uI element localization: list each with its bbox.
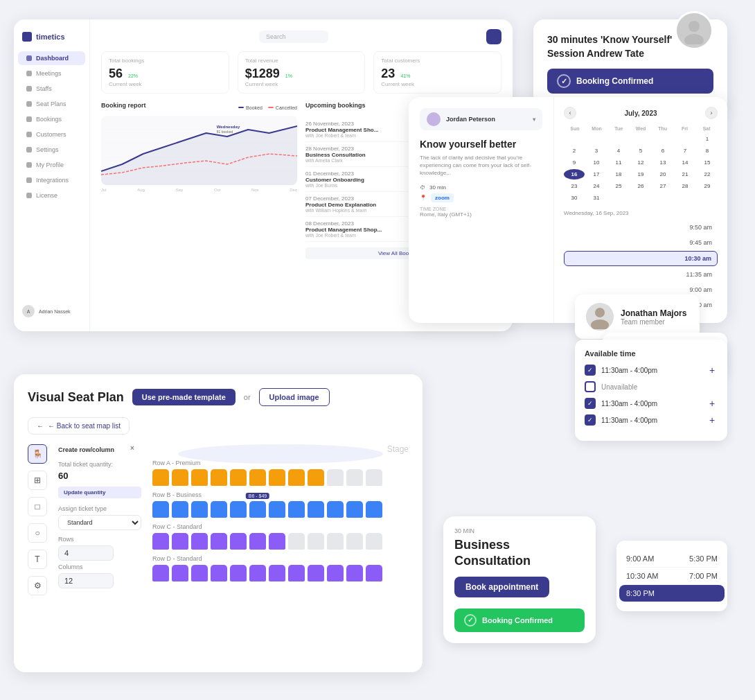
cal-cell-1[interactable]: 1 (697, 134, 718, 144)
avail-checkbox-0[interactable] (585, 365, 596, 376)
seat[interactable] (327, 565, 344, 581)
seat[interactable] (269, 501, 285, 518)
seat[interactable] (249, 565, 266, 581)
cal-cell-30[interactable]: 30 (564, 193, 585, 203)
cal-cell[interactable] (697, 193, 718, 203)
seat[interactable] (152, 533, 169, 550)
avail-checkbox-2[interactable] (585, 398, 596, 409)
cal-cell[interactable] (608, 193, 629, 203)
cal-cell[interactable] (652, 134, 673, 144)
seat[interactable] (249, 533, 266, 550)
seat[interactable] (230, 533, 247, 550)
ticket-type-select[interactable]: Standard Premium Business (58, 515, 141, 530)
ts-row-2-selected[interactable]: 8:30 PM (619, 585, 725, 602)
seat[interactable] (211, 469, 227, 486)
cal-cell-5[interactable]: 5 (630, 146, 651, 156)
avail-plus-3[interactable]: + (707, 414, 718, 426)
seat[interactable] (152, 469, 169, 486)
seat[interactable] (346, 469, 363, 486)
cal-cell-13[interactable]: 13 (652, 157, 673, 168)
seat[interactable] (172, 565, 188, 581)
cal-cell-2[interactable]: 2 (564, 146, 585, 156)
sidebar-item-seatplans[interactable]: Seat Plans (18, 97, 85, 111)
seat[interactable] (327, 533, 344, 550)
seat[interactable] (288, 533, 305, 550)
seat[interactable] (308, 533, 324, 550)
sidebar-item-bookings[interactable]: Bookings (18, 112, 85, 126)
seat[interactable] (346, 565, 363, 581)
cal-cell[interactable] (608, 134, 629, 144)
seat[interactable] (152, 501, 169, 518)
seat[interactable] (346, 533, 363, 550)
cal-cell-8[interactable]: 8 (697, 146, 718, 156)
seat[interactable] (327, 469, 344, 486)
seat[interactable] (191, 469, 208, 486)
seat[interactable] (172, 501, 188, 518)
seat[interactable] (211, 533, 227, 550)
seat-b6[interactable]: B6 - $49 (249, 501, 266, 518)
seat[interactable] (230, 469, 247, 486)
avail-checkbox-1[interactable] (585, 381, 596, 392)
time-slot-1135[interactable]: 11:35 am (564, 268, 718, 281)
seat[interactable] (308, 501, 324, 518)
seat[interactable] (366, 565, 382, 581)
seat[interactable] (288, 565, 305, 581)
seat-tool-circle[interactable]: ○ (28, 523, 47, 543)
seat[interactable] (327, 501, 344, 518)
cal-cell-31[interactable]: 31 (586, 193, 607, 203)
seat[interactable] (230, 565, 247, 581)
cal-cell-6[interactable]: 6 (652, 146, 673, 156)
book-appointment-button[interactable]: Book appointment (454, 577, 549, 597)
sidebar-item-profile[interactable]: My Profile (18, 158, 85, 172)
cal-cell-17[interactable]: 17 (586, 169, 607, 180)
cal-cell-9[interactable]: 9 (564, 157, 585, 168)
cal-cell-26[interactable]: 26 (630, 181, 651, 191)
cal-cell-10[interactable]: 10 (586, 157, 607, 168)
sidebar-item-settings[interactable]: Settings (18, 143, 85, 157)
seat[interactable] (152, 565, 169, 581)
sidebar-item-customers[interactable]: Customers (18, 128, 85, 141)
seat[interactable] (211, 565, 227, 581)
seat[interactable] (230, 501, 247, 518)
use-template-button[interactable]: Use pre-made template (132, 389, 236, 405)
cal-cell-22[interactable]: 22 (697, 169, 718, 180)
rows-input[interactable] (58, 545, 114, 561)
seat[interactable] (191, 565, 208, 581)
host-selector[interactable]: Jordan Peterson ▾ (420, 108, 542, 130)
seat[interactable] (269, 533, 285, 550)
time-slot-950[interactable]: 9:50 am (564, 220, 718, 234)
cal-cell-23[interactable]: 23 (564, 181, 585, 191)
seat-tool-settings[interactable]: ⚙ (28, 576, 47, 595)
seat[interactable] (366, 533, 382, 550)
cal-cell-21[interactable]: 21 (675, 169, 695, 180)
avail-checkbox-3[interactable] (585, 414, 596, 426)
next-month-button[interactable]: › (705, 107, 718, 119)
cal-cell[interactable] (564, 134, 585, 144)
seat[interactable] (191, 501, 208, 518)
seat[interactable] (308, 565, 324, 581)
notification-icon[interactable] (486, 29, 501, 44)
seat[interactable] (249, 469, 266, 486)
avail-plus-0[interactable]: + (707, 365, 718, 376)
update-qty-button[interactable]: Update quantity (58, 487, 141, 498)
cal-cell-15[interactable]: 15 (697, 157, 718, 168)
seat[interactable] (366, 469, 382, 486)
seat-tool-row[interactable]: ⊞ (28, 471, 47, 490)
seat[interactable] (288, 501, 305, 518)
cal-cell-25[interactable]: 25 (608, 181, 629, 191)
cal-cell-7[interactable]: 7 (675, 146, 695, 156)
cal-cell-20[interactable]: 20 (652, 169, 673, 180)
cal-cell-14[interactable]: 14 (675, 157, 695, 168)
seat[interactable] (269, 469, 285, 486)
sidebar-item-staffs[interactable]: Staffs (18, 82, 85, 96)
cal-cell[interactable] (586, 134, 607, 144)
back-to-seat-map-button[interactable]: ← ← Back to seat map list (28, 417, 130, 435)
upload-image-button[interactable]: Upload image (259, 388, 330, 406)
avail-plus-2[interactable]: + (707, 398, 718, 409)
cols-input[interactable] (58, 573, 114, 588)
sidebar-item-integrations[interactable]: Integrations (18, 173, 85, 187)
seat[interactable] (191, 533, 208, 550)
cal-cell[interactable] (630, 193, 651, 203)
cal-cell[interactable] (675, 193, 695, 203)
cal-cell-11[interactable]: 11 (608, 157, 629, 168)
